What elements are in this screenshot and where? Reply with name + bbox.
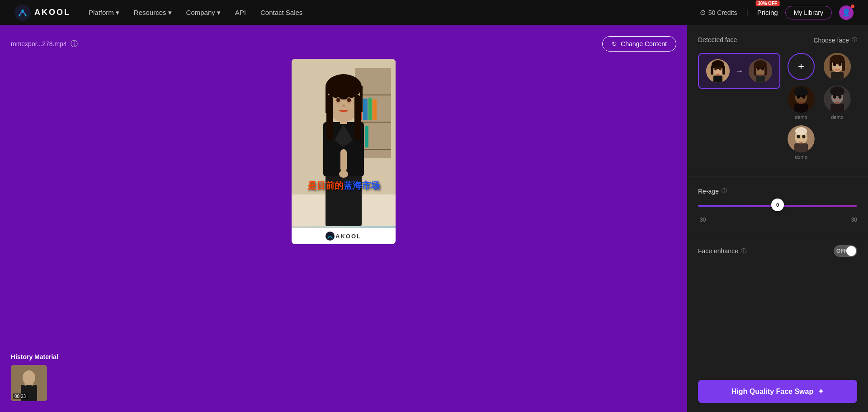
svg-rect-12 (365, 126, 368, 147)
credits-icon: ⊙ (700, 8, 706, 17)
face-avatar-4 (788, 125, 815, 152)
change-content-button[interactable]: ↻ Change Content (602, 36, 676, 52)
face-section: Detected face Choose face ⓘ (687, 25, 868, 176)
subtitle-overlay: 是目前的蓝海市场 (307, 180, 380, 192)
face-enhance-section: Face enhance ⓘ OFF (687, 234, 868, 271)
svg-rect-30 (340, 149, 347, 172)
svg-rect-74 (830, 104, 844, 113)
reage-info-icon[interactable]: ⓘ (722, 187, 727, 195)
cta-section: High Quality Face Swap ✦ (687, 371, 868, 412)
face-enhance-label: Face enhance ⓘ (698, 247, 746, 255)
avatar-wrapper: 👤 (839, 5, 854, 20)
file-name: mmexpor...278.mp4 (11, 40, 67, 47)
reage-slider-container: 0 (698, 199, 857, 213)
choose-face-area: + (788, 53, 857, 165)
svg-rect-54 (756, 76, 765, 83)
svg-point-52 (757, 67, 760, 71)
slider-min-label: -30 (698, 217, 706, 223)
svg-point-73 (839, 95, 842, 99)
face-option-3[interactable]: demo (824, 85, 851, 120)
svg-point-43 (712, 60, 724, 69)
face-section-header: Detected face Choose face ⓘ (698, 36, 857, 44)
file-info-icon[interactable]: ⓘ (71, 39, 78, 49)
cta-button[interactable]: High Quality Face Swap ✦ (698, 380, 857, 403)
svg-point-44 (714, 67, 717, 71)
nav-platform[interactable]: Platform ▾ (89, 9, 119, 17)
svg-rect-62 (831, 72, 844, 80)
face-row: → (698, 53, 857, 165)
chevron-down-icon: ▾ (217, 9, 221, 17)
video-footer-logo: AKOOL (292, 228, 396, 244)
svg-rect-24 (354, 95, 361, 140)
detected-face-label: Detected face (698, 36, 737, 43)
face-option-1[interactable] (824, 53, 851, 80)
right-panel: Detected face Choose face ⓘ (687, 25, 868, 412)
nav-items: Platform ▾ Resources ▾ Company ▾ API Con… (89, 9, 682, 17)
nav-api[interactable]: API (235, 9, 246, 16)
credits-section: ⊙ 50 Credits (700, 8, 737, 17)
arrow-icon: → (735, 66, 743, 76)
face-option-4[interactable]: demo (788, 125, 815, 160)
refresh-icon: ↻ (612, 40, 617, 47)
svg-point-31 (339, 170, 348, 178)
svg-point-78 (797, 135, 800, 138)
toggle-knob (846, 246, 856, 256)
svg-rect-68 (794, 104, 808, 113)
nav-company[interactable]: Company ▾ (186, 9, 221, 17)
logo-icon (14, 5, 31, 21)
face-enhance-row: Face enhance ⓘ OFF (698, 245, 857, 257)
nav-resources[interactable]: Resources ▾ (134, 9, 172, 17)
svg-point-60 (833, 62, 836, 66)
logo[interactable]: AKOOL (14, 5, 71, 21)
history-section: History Material 00:23 (11, 353, 676, 401)
face-enhance-toggle[interactable]: OFF (834, 245, 857, 257)
detected-face-before (706, 59, 730, 83)
svg-rect-46 (713, 76, 722, 83)
svg-rect-23 (326, 95, 333, 140)
face-after-svg (749, 59, 772, 83)
detected-face-after (749, 59, 772, 83)
face-avatar-2 (788, 85, 815, 113)
pricing-link[interactable]: 30% OFF Pricing (757, 9, 778, 16)
face-option-4-label: demo (795, 154, 807, 160)
svg-rect-37 (24, 377, 27, 386)
svg-point-65 (794, 86, 808, 97)
subtitle-text: 是目前的蓝海市场 (307, 180, 380, 190)
svg-point-71 (830, 86, 844, 96)
notification-dot (851, 5, 854, 8)
choose-face-row-1: + (788, 53, 857, 80)
history-thumbnail[interactable]: 00:23 (11, 365, 47, 401)
face-enhance-toggle-container: OFF (834, 245, 857, 257)
svg-point-27 (336, 98, 340, 102)
reage-slider-thumb[interactable]: 0 (771, 199, 784, 211)
nav-contact-sales[interactable]: Contact Sales (260, 9, 302, 16)
svg-point-61 (839, 62, 842, 66)
history-title: History Material (11, 353, 676, 360)
person-svg (292, 59, 396, 226)
plus-icon: + (798, 60, 804, 73)
face-enhance-info-icon[interactable]: ⓘ (741, 247, 746, 255)
credits-value: 50 Credits (708, 9, 737, 16)
face-1-svg (824, 53, 851, 80)
svg-point-1 (21, 9, 24, 12)
face-option-3-label: demo (831, 114, 844, 120)
reage-label: Re-age ⓘ (698, 187, 727, 195)
svg-point-66 (797, 95, 800, 99)
face-3-svg (824, 85, 851, 113)
svg-rect-8 (363, 99, 368, 120)
video-container: 是目前的蓝海市场 AKOOL (11, 59, 676, 344)
face-option-2[interactable]: demo (788, 85, 815, 120)
face-2-svg (788, 85, 815, 113)
video-person: 是目前的蓝海市场 (292, 59, 396, 228)
choose-face-row-3: demo (788, 125, 857, 160)
main-content: mmexpor...278.mp4 ⓘ ↻ Change Content (0, 25, 868, 412)
history-time: 00:23 (13, 393, 28, 399)
face-before-svg (706, 59, 730, 83)
add-face-button[interactable]: + (788, 53, 815, 80)
my-library-button[interactable]: My Library (785, 6, 832, 19)
svg-rect-9 (368, 98, 372, 120)
avatar-icon: 👤 (842, 8, 851, 17)
add-face-option[interactable]: + (788, 53, 815, 80)
slider-track: 0 (698, 205, 857, 207)
choose-face-info-icon[interactable]: ⓘ (852, 36, 857, 44)
